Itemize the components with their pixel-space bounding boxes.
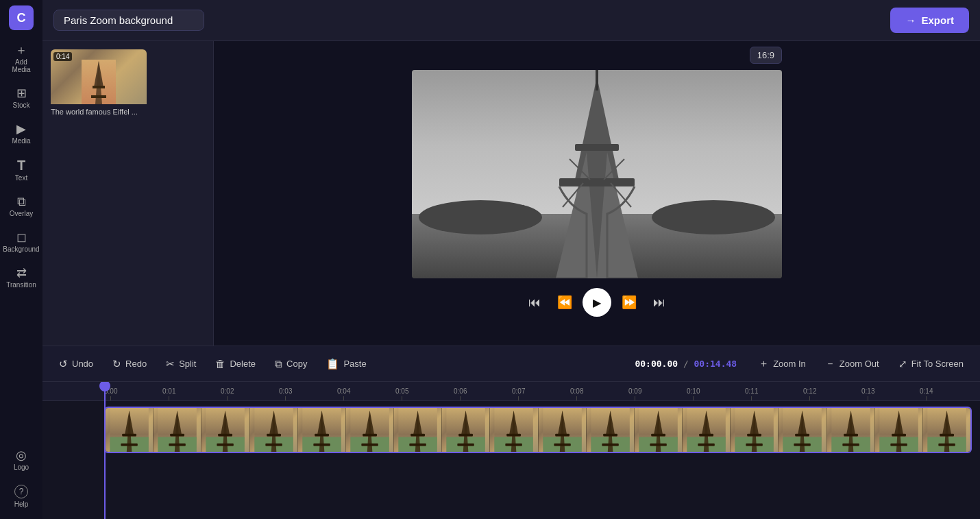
zoom-out-icon: － <box>825 357 835 370</box>
svg-rect-61 <box>409 444 426 446</box>
preview-area: 16:9 <box>214 41 980 346</box>
ruler-label-1: 0:01 <box>162 387 175 395</box>
svg-rect-91 <box>650 444 666 446</box>
sidebar-item-media[interactable]: ▶ Media <box>3 117 40 150</box>
preview-video <box>412 70 782 278</box>
svg-rect-49 <box>313 444 330 446</box>
film-frame <box>683 408 731 452</box>
undo-button[interactable]: ↺ Undo <box>51 353 101 375</box>
ruler-tick-14 <box>926 396 927 400</box>
film-frame <box>250 408 298 452</box>
export-button[interactable]: → Export <box>890 8 969 33</box>
content-area: 0:14 The world famous Eiffel ... 16:9 <box>42 41 980 346</box>
split-button[interactable]: ✂ Split <box>158 353 204 375</box>
transition-icon: ⇄ <box>16 267 27 279</box>
media-panel: 0:14 The world famous Eiffel ... <box>42 41 214 346</box>
film-frame <box>106 408 154 452</box>
topbar: → Export <box>42 0 980 41</box>
film-frame <box>635 408 683 452</box>
copy-button[interactable]: ⧉ Copy <box>267 353 315 375</box>
svg-rect-36 <box>219 434 233 437</box>
undo-icon: ↺ <box>59 358 68 370</box>
svg-rect-73 <box>506 444 522 446</box>
play-pause-button[interactable]: ▶ <box>583 288 611 317</box>
ruler-label-13: 0:13 <box>861 387 874 395</box>
help-icon: ? <box>14 485 28 498</box>
rewind-button[interactable]: ⏪ <box>552 290 577 315</box>
sidebar-item-label: Help <box>14 500 29 508</box>
fast-forward-button[interactable]: ⏩ <box>617 290 641 315</box>
svg-rect-126 <box>940 434 954 437</box>
sidebar-item-text[interactable]: T Text <box>3 153 40 187</box>
timeline-ruler: 0:000:010:020:030:040:050:060:070:080:09… <box>42 382 980 401</box>
svg-rect-109 <box>794 444 811 446</box>
fit-icon: ⤢ <box>898 358 907 370</box>
fit-to-screen-button[interactable]: ⤢ Fit To Screen <box>890 353 972 375</box>
media-thumbnail[interactable]: 0:14 The world famous Eiffel ... <box>51 49 147 117</box>
playhead[interactable] <box>104 382 106 519</box>
svg-rect-114 <box>844 434 858 437</box>
paste-button[interactable]: 📋 Paste <box>318 353 374 375</box>
sidebar-item-overlay[interactable]: ⧉ Overlay <box>3 190 40 223</box>
film-frame <box>923 408 970 452</box>
app-logo[interactable]: C <box>9 5 34 30</box>
ruler-tick-7 <box>518 396 519 400</box>
film-frame <box>298 408 346 452</box>
eiffel-tower-mini-svg <box>82 60 116 104</box>
paste-icon: 📋 <box>326 358 339 370</box>
svg-rect-127 <box>938 444 955 446</box>
svg-rect-66 <box>458 434 473 437</box>
ruler-tick-6 <box>460 396 461 400</box>
svg-rect-103 <box>746 444 763 446</box>
redo-button[interactable]: ↻ Redo <box>104 353 155 375</box>
skip-to-start-button[interactable]: ⏮ <box>522 290 547 315</box>
split-icon: ✂ <box>166 358 175 370</box>
sidebar-item-label: Add Media <box>5 58 37 73</box>
project-title-input[interactable] <box>53 10 204 31</box>
timeline[interactable]: 0:000:010:020:030:040:050:060:070:080:09… <box>42 382 980 519</box>
thumb-label: The world famous Eiffel ... <box>51 107 147 117</box>
svg-rect-24 <box>122 434 136 437</box>
svg-point-7 <box>419 200 542 234</box>
svg-rect-15 <box>596 70 598 90</box>
ruler-label-4: 0:04 <box>337 387 350 395</box>
zoom-out-button[interactable]: － Zoom Out <box>817 352 887 375</box>
svg-rect-108 <box>796 434 810 437</box>
zoom-in-icon: ＋ <box>759 357 769 370</box>
ruler-label-2: 0:02 <box>221 387 234 395</box>
sidebar: C ＋ Add Media ⊞ Stock ▶ Media T Text ⧉ O… <box>0 0 42 519</box>
preview-eiffel-svg <box>412 70 782 278</box>
ruler-label-12: 0:12 <box>803 387 816 395</box>
track-clip[interactable] <box>104 407 972 453</box>
svg-rect-30 <box>170 434 184 437</box>
toolbar: ↺ Undo ↻ Redo ✂ Split 🗑 Delete ⧉ Copy 📋 <box>42 346 980 382</box>
zoom-in-button[interactable]: ＋ Zoom In <box>750 352 814 375</box>
film-frame <box>539 408 587 452</box>
ruler-tick-13 <box>868 396 868 400</box>
film-frame <box>346 408 394 452</box>
sidebar-item-logo[interactable]: ◎ Logo <box>3 444 40 476</box>
sidebar-item-add-media[interactable]: ＋ Add Media <box>3 38 40 79</box>
ruler-label-7: 0:07 <box>512 387 525 395</box>
sidebar-item-stock[interactable]: ⊞ Stock <box>3 82 40 114</box>
ruler-label-5: 0:05 <box>395 387 408 395</box>
svg-rect-13 <box>559 178 635 186</box>
sidebar-item-transition[interactable]: ⇄ Transition <box>3 261 40 294</box>
sidebar-item-label: Logo <box>14 463 29 471</box>
sidebar-item-background[interactable]: ◻ Background <box>3 226 40 258</box>
skip-to-end-button[interactable]: ⏭ <box>647 290 672 315</box>
sidebar-item-help[interactable]: ? Help <box>3 479 40 514</box>
ruler-label-14: 0:14 <box>920 387 933 395</box>
delete-button[interactable]: 🗑 Delete <box>207 353 264 374</box>
ruler-tick-8 <box>576 396 577 400</box>
sidebar-item-label: Stock <box>12 101 29 109</box>
svg-rect-72 <box>507 434 522 437</box>
svg-rect-31 <box>169 444 186 446</box>
ruler-label-8: 0:08 <box>570 387 583 395</box>
svg-rect-120 <box>892 434 906 437</box>
svg-rect-67 <box>458 444 474 446</box>
film-frame <box>587 408 635 452</box>
film-frame <box>779 408 826 452</box>
sidebar-item-label: Text <box>15 174 27 182</box>
ruler-label-3: 0:03 <box>279 387 292 395</box>
